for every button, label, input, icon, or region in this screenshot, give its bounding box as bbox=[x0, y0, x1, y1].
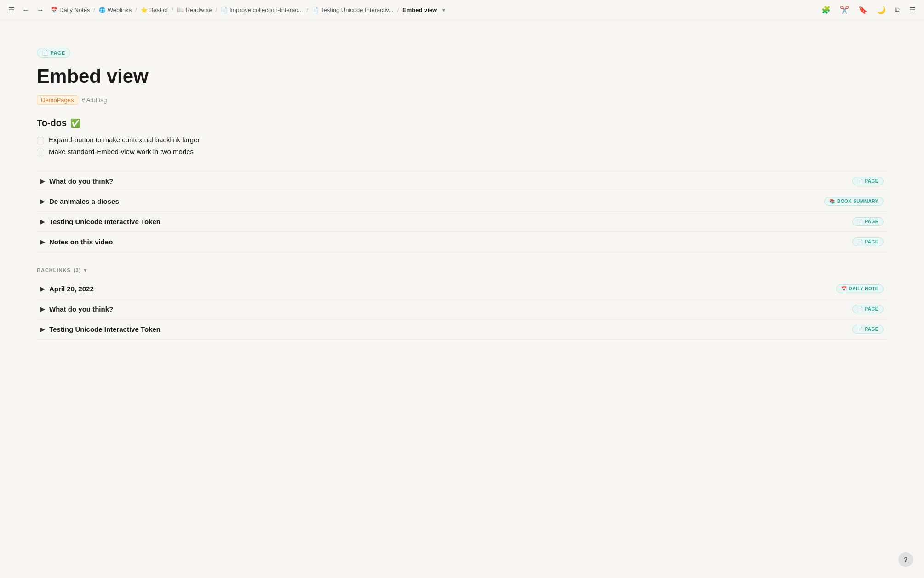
globe-icon: 🌐 bbox=[99, 7, 106, 13]
backlink-badge-1: 📅 DAILY NOTE bbox=[836, 284, 884, 293]
moon-icon: 🌙 bbox=[877, 6, 886, 14]
back-button[interactable]: ← bbox=[19, 4, 32, 16]
embed-row-4[interactable]: ▶ Notes on this video 📄 PAGE bbox=[37, 232, 887, 252]
breadcrumb-label-embed-view: Embed view bbox=[402, 6, 437, 13]
backlink-row-3-left: ▶ Testing Unicode Interactive Token bbox=[40, 325, 161, 333]
breadcrumb-expand-chevron[interactable]: ▾ bbox=[442, 7, 445, 13]
extensions-icon: 🧩 bbox=[821, 6, 831, 14]
backlinks-header[interactable]: BACKLINKS (3) ▾ bbox=[37, 267, 887, 273]
topbar-left: ☰ ← → 📅 Daily Notes / 🌐 Weblinks / ⭐ Bes… bbox=[6, 4, 815, 16]
back-icon: ← bbox=[22, 6, 29, 14]
calendar-icon: 📅 bbox=[51, 7, 57, 13]
todo-list: Expand-button to make contextual backlin… bbox=[37, 134, 887, 158]
backlinks-label: BACKLINKS bbox=[37, 267, 71, 273]
dark-mode-button[interactable]: 🌙 bbox=[874, 4, 889, 16]
backlink-badge-icon-1: 📅 bbox=[841, 286, 847, 291]
menu-button[interactable]: ☰ bbox=[6, 4, 17, 16]
todo-checkbox-1[interactable] bbox=[37, 137, 44, 144]
todo-text-1: Expand-button to make contextual backlin… bbox=[49, 136, 200, 144]
backlink-badge-icon-3: 📄 bbox=[857, 327, 863, 332]
backlink-row-2[interactable]: ▶ What do you think? 📄 PAGE bbox=[37, 299, 887, 319]
backlink-badge-3: 📄 PAGE bbox=[852, 325, 884, 334]
embed-badge-3: 📄 PAGE bbox=[852, 217, 884, 226]
content-area: 📄 PAGE Embed view DemoPages # Add tag To… bbox=[0, 20, 924, 578]
todo-checkbox-2[interactable] bbox=[37, 149, 44, 156]
embed-row-2-left: ▶ De animales a dioses bbox=[40, 197, 119, 205]
breadcrumb-label-weblinks: Weblinks bbox=[108, 6, 132, 13]
breadcrumb-sep-5: / bbox=[307, 7, 308, 13]
embed-arrow-2: ▶ bbox=[40, 198, 45, 205]
embed-badge-label-3: PAGE bbox=[865, 219, 878, 224]
backlink-row-1[interactable]: ▶ April 20, 2022 📅 DAILY NOTE bbox=[37, 279, 887, 299]
todo-item-1: Expand-button to make contextual backlin… bbox=[37, 134, 887, 146]
backlink-row-1-left: ▶ April 20, 2022 bbox=[40, 285, 94, 293]
embed-title-2: De animales a dioses bbox=[49, 197, 119, 205]
embed-row-4-left: ▶ Notes on this video bbox=[40, 238, 113, 246]
breadcrumb-sep-2: / bbox=[135, 7, 137, 13]
embed-row-2[interactable]: ▶ De animales a dioses 📚 BOOK SUMMARY bbox=[37, 191, 887, 212]
embed-row-3[interactable]: ▶ Testing Unicode Interactive Token 📄 PA… bbox=[37, 212, 887, 232]
embed-title-3: Testing Unicode Interactive Token bbox=[49, 218, 161, 225]
embed-badge-icon-2: 📚 bbox=[829, 199, 835, 204]
tag-demo-pages[interactable]: DemoPages bbox=[37, 95, 78, 105]
embed-badge-1: 📄 PAGE bbox=[852, 177, 884, 185]
backlink-row-3[interactable]: ▶ Testing Unicode Interactive Token 📄 PA… bbox=[37, 319, 887, 340]
add-tag-button[interactable]: # Add tag bbox=[82, 97, 107, 104]
more-menu-button[interactable]: ☰ bbox=[907, 4, 918, 16]
breadcrumb-label-testing: Testing Unicode Interactiv... bbox=[321, 6, 394, 13]
backlink-arrow-3: ▶ bbox=[40, 326, 45, 333]
backlink-badge-label-1: DAILY NOTE bbox=[849, 286, 878, 291]
todos-checkmark-emoji: ✅ bbox=[70, 118, 80, 128]
backlink-arrow-2: ▶ bbox=[40, 306, 45, 312]
embed-badge-icon-1: 📄 bbox=[857, 179, 863, 184]
help-button[interactable]: ? bbox=[898, 552, 913, 567]
embed-title-1: What do you think? bbox=[49, 177, 113, 185]
embeds-section: ▶ What do you think? 📄 PAGE ▶ De animale… bbox=[37, 171, 887, 252]
backlink-badge-icon-2: 📄 bbox=[857, 306, 863, 312]
backlink-arrow-1: ▶ bbox=[40, 286, 45, 292]
breadcrumb-item-readwise[interactable]: 📖 Readwise bbox=[175, 6, 213, 14]
backlink-row-2-left: ▶ What do you think? bbox=[40, 305, 113, 313]
embed-badge-icon-4: 📄 bbox=[857, 239, 863, 244]
more-menu-icon: ☰ bbox=[909, 6, 916, 14]
breadcrumb-label-daily-notes: Daily Notes bbox=[59, 6, 90, 13]
backlinks-count: (3) bbox=[74, 267, 81, 273]
extensions-button[interactable]: 🧩 bbox=[819, 4, 833, 16]
breadcrumb: 📅 Daily Notes / 🌐 Weblinks / ⭐ Best of /… bbox=[49, 6, 445, 14]
forward-button[interactable]: → bbox=[34, 4, 47, 16]
backlink-title-3: Testing Unicode Interactive Token bbox=[49, 325, 161, 333]
backlinks-section: BACKLINKS (3) ▾ ▶ April 20, 2022 📅 DAILY… bbox=[37, 267, 887, 340]
breadcrumb-item-best-of[interactable]: ⭐ Best of bbox=[139, 6, 170, 14]
embed-arrow-1: ▶ bbox=[40, 178, 45, 185]
forward-icon: → bbox=[37, 6, 44, 14]
page-icon-improve: 📄 bbox=[221, 7, 228, 13]
breadcrumb-label-readwise: Readwise bbox=[185, 6, 212, 13]
scissors-icon: ✂️ bbox=[840, 6, 849, 14]
breadcrumb-item-daily-notes[interactable]: 📅 Daily Notes bbox=[49, 6, 92, 14]
embed-badge-label-1: PAGE bbox=[865, 179, 878, 184]
breadcrumb-item-embed-view[interactable]: Embed view bbox=[401, 6, 439, 14]
todos-heading: To-dos ✅ bbox=[37, 118, 887, 128]
breadcrumb-sep-3: / bbox=[172, 7, 173, 13]
tags-row: DemoPages # Add tag bbox=[37, 95, 887, 105]
page-icon-testing: 📄 bbox=[312, 7, 319, 13]
breadcrumb-sep-1: / bbox=[93, 7, 95, 13]
embed-arrow-3: ▶ bbox=[40, 219, 45, 225]
embed-row-1[interactable]: ▶ What do you think? 📄 PAGE bbox=[37, 171, 887, 191]
copy-button[interactable]: ⧉ bbox=[892, 4, 903, 16]
scissors-button[interactable]: ✂️ bbox=[837, 4, 852, 16]
page-badge-icon: 📄 bbox=[42, 50, 49, 56]
topbar: ☰ ← → 📅 Daily Notes / 🌐 Weblinks / ⭐ Bes… bbox=[0, 0, 924, 20]
page-badge-label: PAGE bbox=[51, 50, 65, 56]
main: 📄 PAGE Embed view DemoPages # Add tag To… bbox=[0, 20, 924, 578]
breadcrumb-item-testing[interactable]: 📄 Testing Unicode Interactiv... bbox=[310, 6, 396, 14]
backlinks-chevron-icon: ▾ bbox=[84, 267, 87, 273]
embed-badge-4: 📄 PAGE bbox=[852, 237, 884, 246]
book-icon: 📖 bbox=[177, 7, 184, 13]
breadcrumb-item-weblinks[interactable]: 🌐 Weblinks bbox=[97, 6, 134, 14]
embed-badge-label-2: BOOK SUMMARY bbox=[837, 199, 878, 204]
breadcrumb-item-improve[interactable]: 📄 Improve collection-Interac... bbox=[219, 6, 305, 14]
bookmark-button[interactable]: 🔖 bbox=[855, 4, 870, 16]
backlink-title-2: What do you think? bbox=[49, 305, 113, 313]
breadcrumb-label-best-of: Best of bbox=[149, 6, 168, 13]
